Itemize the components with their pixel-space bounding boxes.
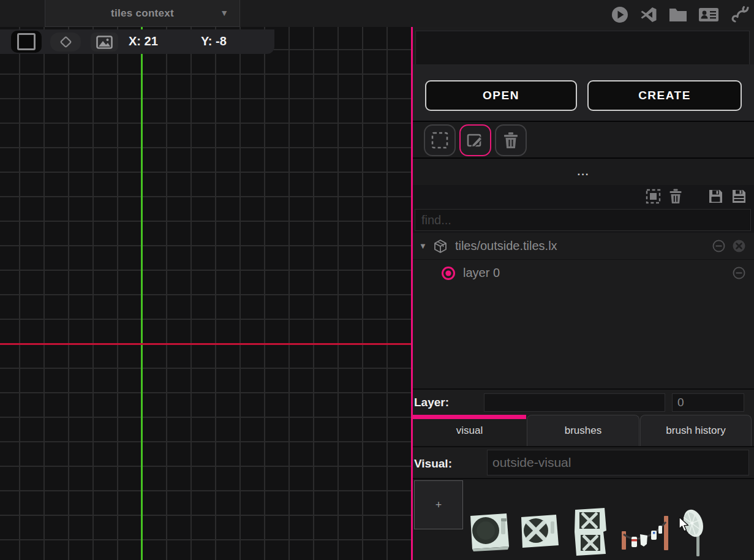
tree-file-actions <box>712 233 745 259</box>
context-dropdown-label: tiles context <box>111 7 174 20</box>
edit-button[interactable] <box>459 124 491 156</box>
visual-field-label: Visual: <box>414 457 452 471</box>
tab-visual[interactable]: visual <box>413 415 526 446</box>
circle-close-icon[interactable] <box>733 240 745 252</box>
layer-field-row: Layer: <box>413 388 754 414</box>
canvas-toolbar: X: 21 Y: -8 <box>0 29 274 54</box>
cursor-y-coordinate: Y: -8 <box>201 34 227 48</box>
tile-grid-canvas[interactable] <box>0 27 412 560</box>
active-tab-indicator <box>413 415 526 419</box>
panel-header-box <box>415 31 750 65</box>
ellipsis-label: ... <box>577 166 589 178</box>
layer-field-label: Layer: <box>414 396 449 409</box>
add-tile-button[interactable]: + <box>414 480 463 529</box>
radio-active-icon[interactable] <box>441 266 456 281</box>
origin-axis-horizontal <box>0 343 412 345</box>
tree-expander-icon[interactable]: ▼ <box>419 241 427 251</box>
trash-icon <box>503 132 519 149</box>
find-input[interactable] <box>415 209 751 231</box>
tree-layer-row[interactable]: layer 0 <box>413 260 754 286</box>
fan-solid-tile[interactable] <box>467 511 511 551</box>
list-actions-row <box>413 185 754 207</box>
tile-palette: + <box>413 478 754 560</box>
marquee-select-icon <box>431 132 448 149</box>
cursor-x-coordinate: X: 21 <box>129 34 158 48</box>
diamond-tool-icon <box>58 36 73 49</box>
clothesline-tile[interactable] <box>609 511 671 551</box>
layer-index-input[interactable] <box>672 393 744 412</box>
layer-name-input[interactable] <box>484 393 665 412</box>
square-tool-icon <box>17 33 36 50</box>
file-actions-section: OPEN CREATE <box>413 64 754 122</box>
tab-bar: visual brushes brush history <box>413 414 754 446</box>
save-all-icon[interactable] <box>731 189 747 204</box>
tab-brushes-label: brushes <box>565 425 601 437</box>
horns-icon[interactable] <box>729 6 749 24</box>
create-button[interactable]: CREATE <box>587 80 742 111</box>
tree-layer-actions <box>733 260 745 286</box>
delete-icon[interactable] <box>669 189 682 204</box>
find-row <box>413 207 754 233</box>
play-icon[interactable] <box>611 6 629 24</box>
double-vent-tile[interactable] <box>573 507 608 556</box>
circle-minus-icon[interactable] <box>712 240 725 252</box>
visual-name-input[interactable] <box>487 450 749 475</box>
tab-brushes[interactable]: brushes <box>527 415 639 446</box>
origin-axis-vertical <box>141 27 143 560</box>
collapsed-section[interactable]: ... <box>413 159 754 185</box>
contact-card-icon[interactable] <box>698 6 719 24</box>
image-tool-icon <box>96 36 113 49</box>
top-bar-actions <box>611 5 749 25</box>
app-window: X: 21 Y: -8 tiles context ▼ <box>0 0 754 560</box>
tree-file-row[interactable]: ▼ tiles/outside.tiles.lx <box>413 233 754 260</box>
tree-layer-label: layer 0 <box>463 266 500 280</box>
edit-icon <box>467 132 484 149</box>
select-all-icon[interactable] <box>646 189 661 204</box>
tool-buttons-section <box>413 122 754 159</box>
square-tool-button[interactable] <box>11 31 42 53</box>
marquee-select-button[interactable] <box>424 124 456 156</box>
chevron-down-icon: ▼ <box>220 8 228 18</box>
visual-field-row: Visual: <box>413 446 754 478</box>
delete-button[interactable] <box>495 124 527 156</box>
package-icon <box>433 239 448 254</box>
tab-brush-history[interactable]: brush history <box>640 415 752 446</box>
context-dropdown[interactable]: tiles context ▼ <box>45 0 240 27</box>
tiles-tree: ▼ tiles/outside.tiles.lx <box>413 233 754 388</box>
open-button[interactable]: OPEN <box>425 80 577 111</box>
tree-file-label: tiles/outside.tiles.lx <box>455 239 557 253</box>
tab-brush-history-label: brush history <box>666 425 725 437</box>
satellite-dish-tile[interactable] <box>679 507 711 558</box>
folder-icon[interactable] <box>668 6 688 24</box>
top-bar: tiles context ▼ <box>0 0 754 27</box>
image-tool-button[interactable] <box>91 32 118 51</box>
tab-visual-label: visual <box>456 425 483 437</box>
circle-minus-icon[interactable] <box>733 267 745 279</box>
diamond-tool-button[interactable] <box>50 32 81 51</box>
vscode-icon[interactable] <box>639 6 658 24</box>
fan-cross-tile[interactable] <box>519 513 560 550</box>
side-panel: OPEN CREATE <box>413 27 754 560</box>
save-icon[interactable] <box>708 189 723 204</box>
